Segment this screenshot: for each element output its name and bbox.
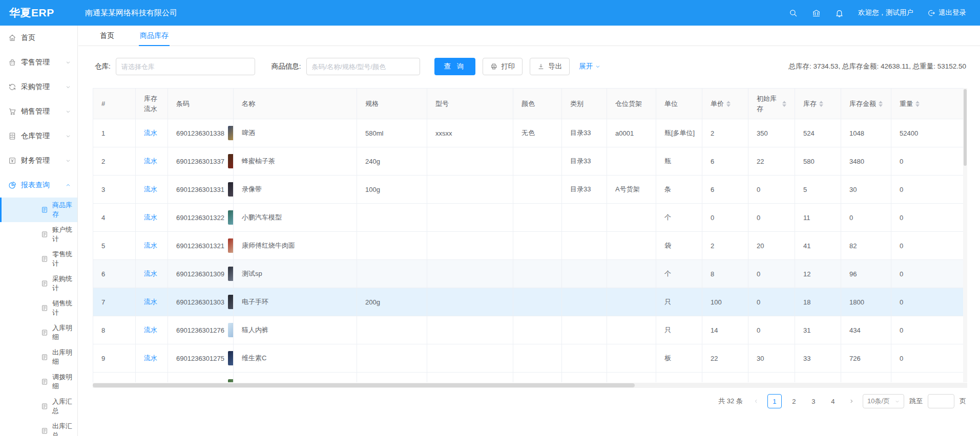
chevron-right-icon bbox=[849, 399, 854, 404]
sidebar-subitem-零售统计[interactable]: 零售统计 bbox=[0, 247, 77, 271]
column-header[interactable]: 单价 bbox=[702, 89, 748, 119]
product-thumbnail[interactable] bbox=[228, 323, 234, 337]
flow-link[interactable]: 流水 bbox=[144, 298, 157, 306]
prev-page-button[interactable] bbox=[750, 394, 762, 408]
product-thumbnail[interactable] bbox=[228, 267, 234, 281]
cell-price: 2 bbox=[702, 232, 748, 260]
cell-flow-link: 流水 bbox=[136, 119, 168, 147]
sidebar-subitem-出库明细[interactable]: 出库明细 bbox=[0, 345, 77, 369]
cell-model bbox=[427, 260, 513, 288]
product-thumbnail[interactable] bbox=[228, 126, 234, 140]
horizontal-scrollbar-thumb[interactable] bbox=[93, 383, 635, 387]
cell-flow-link: 流水 bbox=[136, 204, 168, 232]
flow-link[interactable]: 流水 bbox=[144, 213, 157, 221]
vertical-scrollbar-thumb[interactable] bbox=[964, 89, 967, 166]
logout-button[interactable]: 退出登录 bbox=[928, 8, 966, 17]
expand-link[interactable]: 展开 bbox=[579, 62, 600, 71]
sidebar-item-label: 首页 bbox=[21, 33, 35, 42]
sidebar-item-零售管理[interactable]: 零售管理 bbox=[0, 50, 77, 75]
column-header[interactable]: 库存 bbox=[795, 89, 841, 119]
cell-stock: 12 bbox=[795, 260, 841, 288]
sidebar-subitem-商品库存[interactable]: 商品库存 bbox=[0, 198, 77, 222]
filterbar: 仓库: 商品信息: 查 询 打印 导出 展开 总库存: 3734.53, 总库存… bbox=[78, 57, 980, 76]
page-size-select[interactable]: 10条/页 bbox=[863, 394, 904, 408]
flow-link[interactable]: 流水 bbox=[144, 354, 157, 362]
cell-color bbox=[513, 288, 562, 316]
warehouse-input[interactable] bbox=[116, 58, 255, 75]
print-button[interactable]: 打印 bbox=[483, 58, 523, 75]
bell-icon[interactable] bbox=[835, 9, 844, 17]
flow-link[interactable]: 流水 bbox=[144, 326, 157, 334]
sidebar-subitem-入库汇总[interactable]: 入库汇总 bbox=[0, 394, 77, 419]
page-number-button[interactable]: 1 bbox=[767, 394, 782, 408]
cell-barcode: 6901236301337 bbox=[168, 147, 234, 176]
product-thumbnail[interactable] bbox=[228, 379, 234, 382]
barcode-text: 6901236301321 bbox=[176, 242, 224, 250]
page-number-button[interactable]: 3 bbox=[806, 394, 821, 408]
column-header-label: 库存流水 bbox=[144, 94, 159, 114]
search-icon[interactable] bbox=[789, 9, 798, 17]
flow-link[interactable]: 流水 bbox=[144, 242, 157, 249]
page-number-button[interactable]: 4 bbox=[826, 394, 840, 408]
cell-flow-link: 流水 bbox=[136, 373, 168, 383]
bank-icon[interactable] bbox=[812, 9, 821, 17]
barcode-text: 6901236301337 bbox=[176, 158, 224, 165]
cell-stock-amount: 726 bbox=[841, 344, 891, 373]
cell-unit: 袋 bbox=[656, 232, 702, 260]
cell-stock-amount: 434 bbox=[841, 316, 891, 344]
table-header-row: # 库存流水 条码 名称 规格 型号 颜色 类别 仓位货架 单位 单价 初始库存… bbox=[93, 89, 964, 119]
sidebar-item-首页[interactable]: 首页 bbox=[0, 26, 77, 50]
flow-link[interactable]: 流水 bbox=[144, 185, 157, 193]
flow-link[interactable]: 流水 bbox=[144, 129, 157, 137]
horizontal-scrollbar[interactable] bbox=[93, 383, 967, 388]
next-page-button[interactable] bbox=[845, 394, 858, 408]
pie-chart-icon bbox=[8, 181, 16, 189]
sidebar-subitem-调拨明细[interactable]: 调拨明细 bbox=[0, 369, 77, 394]
sidebar-subitem-账户统计[interactable]: 账户统计 bbox=[0, 222, 77, 247]
product-thumbnail[interactable] bbox=[228, 295, 234, 309]
column-header-label: 库存金额 bbox=[849, 99, 876, 109]
tab-首页[interactable]: 首页 bbox=[100, 26, 114, 46]
cell-stock-amount: 1800 bbox=[841, 288, 891, 316]
product-thumbnail[interactable] bbox=[228, 238, 234, 253]
sidebar-item-仓库管理[interactable]: 仓库管理 bbox=[0, 124, 77, 148]
page-number-button[interactable]: 2 bbox=[787, 394, 801, 408]
product-thumbnail[interactable] bbox=[228, 154, 234, 168]
export-label: 导出 bbox=[548, 62, 562, 71]
sidebar-subitem-label: 出库汇总 bbox=[52, 422, 77, 436]
cell-model bbox=[427, 344, 513, 373]
cell-price: 22 bbox=[702, 344, 748, 373]
cell-stock-amount: 30 bbox=[841, 176, 891, 204]
jump-page-input[interactable] bbox=[928, 394, 954, 408]
column-header[interactable]: 库存金额 bbox=[841, 89, 891, 119]
cell-name: 测试sp bbox=[234, 260, 357, 288]
sidebar-subitem-label: 入库明细 bbox=[52, 323, 77, 342]
flow-link[interactable]: 流水 bbox=[144, 157, 157, 165]
flow-link[interactable]: 流水 bbox=[144, 270, 157, 277]
sidebar-subitem-销售统计[interactable]: 销售统计 bbox=[0, 296, 77, 320]
cell-barcode: 6901236301331 bbox=[168, 176, 234, 204]
sidebar-item-销售管理[interactable]: 销售管理 bbox=[0, 99, 77, 124]
barcode-text: 6901236301322 bbox=[176, 214, 224, 222]
chevron-down-icon bbox=[66, 158, 71, 163]
sidebar-item-采购管理[interactable]: 采购管理 bbox=[0, 75, 77, 99]
sidebar-item-财务管理[interactable]: 财务管理 bbox=[0, 148, 77, 173]
product-thumbnail[interactable] bbox=[228, 351, 234, 365]
sidebar-subitem-出库汇总[interactable]: 出库汇总 bbox=[0, 419, 77, 436]
company-name: 南通某某网络科技有限公司 bbox=[85, 8, 177, 18]
product-thumbnail[interactable] bbox=[228, 182, 234, 197]
export-button[interactable]: 导出 bbox=[530, 58, 570, 75]
product-thumbnail[interactable] bbox=[228, 210, 234, 225]
column-header[interactable]: 重量 bbox=[891, 89, 964, 119]
vertical-scrollbar[interactable] bbox=[963, 88, 967, 382]
cell-spec bbox=[357, 232, 427, 260]
sidebar-subitem-入库明细[interactable]: 入库明细 bbox=[0, 320, 77, 345]
product-info-input[interactable] bbox=[306, 58, 420, 75]
column-header[interactable]: 初始库存 bbox=[748, 89, 795, 119]
sidebar-item-报表查询[interactable]: 报表查询 bbox=[0, 173, 77, 198]
search-button[interactable]: 查 询 bbox=[434, 58, 476, 75]
sync-icon bbox=[8, 83, 16, 91]
tab-商品库存[interactable]: 商品库存 bbox=[140, 26, 169, 46]
cell-category bbox=[562, 344, 607, 373]
sidebar-subitem-采购统计[interactable]: 采购统计 bbox=[0, 271, 77, 296]
